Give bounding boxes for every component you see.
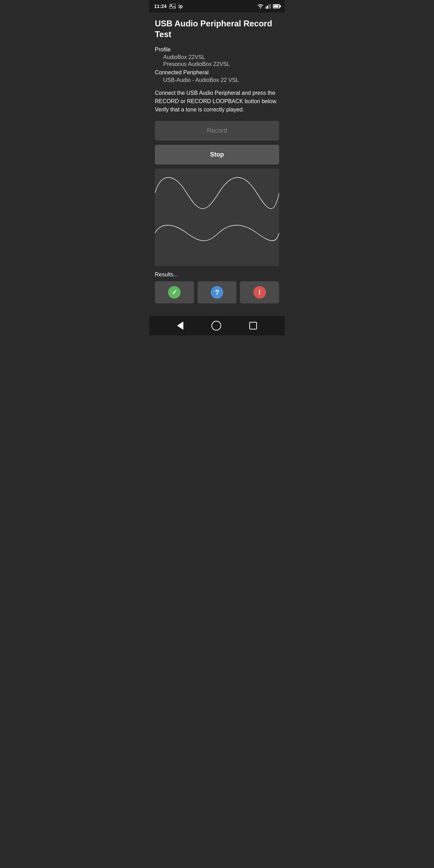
stop-button[interactable]: Stop: [155, 145, 279, 165]
nav-home-button[interactable]: [211, 321, 221, 331]
page-title: USB Audio Peripheral Record Test: [155, 18, 279, 40]
time-display: 11:24: [154, 3, 167, 9]
nav-recents-button[interactable]: [249, 322, 257, 329]
question-icon: ?: [211, 286, 223, 299]
results-label: Results...: [155, 272, 279, 278]
nav-back-icon: [177, 322, 183, 330]
result-exclaim-button[interactable]: !: [240, 281, 279, 303]
nav-back-button[interactable]: [177, 322, 183, 330]
battery-icon: [273, 4, 280, 8]
status-right: [257, 3, 280, 9]
signal-icon: [266, 4, 271, 9]
connected-label: Connected Peripheral: [155, 69, 279, 76]
profile-section: Profile AudioBox 22VSL Presonus AudioBox…: [155, 47, 279, 83]
result-question-button[interactable]: ?: [198, 281, 237, 303]
wifi-icon: [257, 3, 264, 9]
waveform-svg: [155, 169, 279, 266]
result-checkmark-button[interactable]: ✓: [155, 281, 194, 303]
results-buttons: ✓ ? !: [155, 281, 279, 303]
status-left: 11:24 ip: [154, 3, 183, 9]
navigation-bar: [149, 316, 285, 335]
connected-item: USB-Audio - AudioBox 22 VSL: [155, 77, 279, 83]
svg-point-2: [260, 8, 261, 9]
nav-home-icon: [211, 321, 221, 331]
svg-rect-3: [266, 7, 267, 9]
svg-rect-5: [268, 5, 269, 9]
image-icon: [169, 4, 176, 9]
profile-item-1: AudioBox 22VSL: [155, 54, 279, 60]
instructions-text: Connect the USB Audio Peripheral and pre…: [155, 89, 279, 114]
waveform-display: [155, 169, 279, 266]
profile-item-2: Presonus AudioBox 22VSL: [155, 61, 279, 67]
svg-rect-4: [267, 6, 268, 9]
record-button[interactable]: Record: [155, 121, 279, 141]
nav-recents-icon: [249, 322, 257, 329]
status-bar: 11:24 ip: [149, 0, 285, 12]
checkmark-icon: ✓: [168, 286, 181, 299]
exclaim-icon: !: [253, 286, 266, 299]
profile-label: Profile: [155, 47, 279, 53]
svg-rect-6: [270, 4, 271, 9]
ip-label: ip: [178, 3, 183, 9]
main-content: USB Audio Peripheral Record Test Profile…: [149, 12, 285, 316]
